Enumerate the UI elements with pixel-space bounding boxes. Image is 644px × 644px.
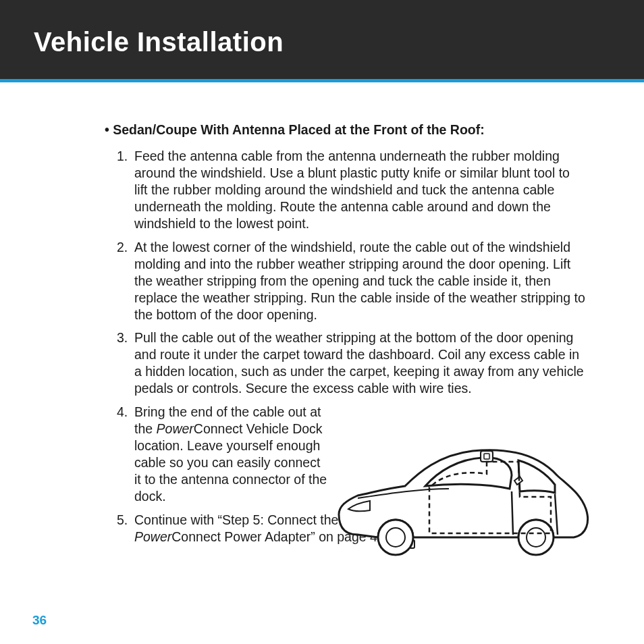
powerconnect-italic: Power <box>157 421 194 436</box>
step-2-text: At the lowest corner of the windshield, … <box>134 240 585 322</box>
content-area: Sedan/Coupe With Antenna Placed at the F… <box>105 122 586 552</box>
step-3: Pull the cable out of the weather stripp… <box>134 329 586 397</box>
step-4: Bring the end of the cable out at the Po… <box>134 404 586 505</box>
step-2: At the lowest corner of the windshield, … <box>134 239 586 323</box>
step-1-text: Feed the antenna cable from the antenna … <box>134 149 570 231</box>
step-1: Feed the antenna cable from the antenna … <box>134 148 586 232</box>
step-3-text: Pull the cable out of the weather stripp… <box>134 330 584 396</box>
step-5: Continue with “Step 5: Connect the Magne… <box>134 512 586 545</box>
manual-page: Vehicle Installation Sedan/Coupe With An… <box>0 0 644 644</box>
powerconnect-italic-2: Power <box>134 529 171 544</box>
steps-list: Feed the antenna cable from the antenna … <box>105 148 586 545</box>
page-title: Vehicle Installation <box>34 27 284 57</box>
header-band: Vehicle Installation <box>0 0 644 82</box>
section-heading: Sedan/Coupe With Antenna Placed at the F… <box>105 122 586 138</box>
page-number: 36 <box>32 613 47 628</box>
step-5-text-a: Continue with “Step 5: Connect the Magne… <box>134 512 514 527</box>
step-4-text: Bring the end of the cable out at the Po… <box>134 404 330 505</box>
step-5-text-b: Connect Power Adapter” on page 41. <box>171 529 388 544</box>
